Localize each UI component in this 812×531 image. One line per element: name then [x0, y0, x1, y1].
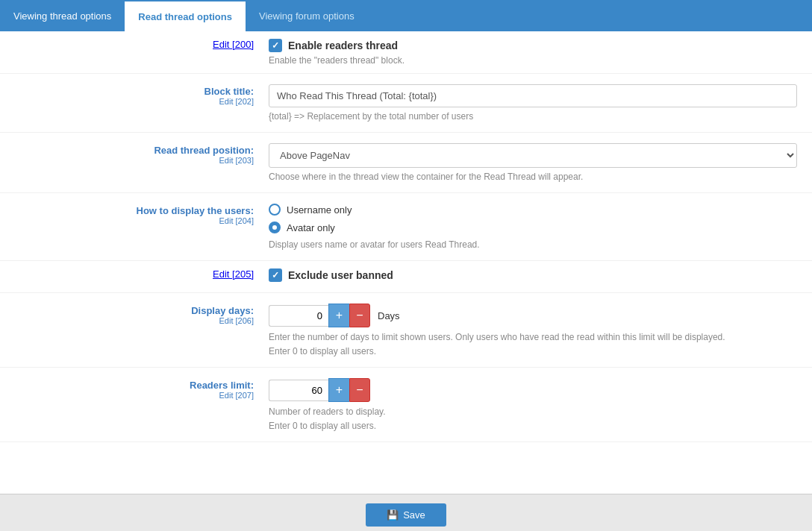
display-days-stepper: + − Days	[269, 304, 797, 327]
save-icon: 💾	[387, 509, 399, 521]
edit-200-link[interactable]: Edit [200]	[213, 39, 254, 50]
tab-viewing-forum[interactable]: Viewing forum options	[246, 0, 368, 31]
enable-readers-desc: Enable the "readers thread" block.	[269, 55, 797, 66]
tab-bar: Viewing thread options Read thread optio…	[0, 0, 812, 31]
display-days-desc2: Enter 0 to display all users.	[269, 346, 797, 356]
readers-limit-content: + − Number of readers to display. Enter …	[269, 378, 812, 431]
readers-limit-stepper: + −	[269, 378, 797, 402]
display-days-desc1: Enter the number of days to limit shown …	[269, 332, 797, 342]
save-label: Save	[403, 509, 425, 521]
footer-bar: 💾 Save	[0, 494, 812, 531]
read-thread-position-content: Above PageNav Below PageNav Both Choose …	[269, 143, 812, 182]
radio-username-row: Username only	[269, 204, 797, 216]
block-title-label: Block title: Edit [202]	[0, 84, 269, 122]
display-users-row: How to display the users: Edit [204] Use…	[0, 193, 812, 261]
radio-username-label: Username only	[287, 204, 352, 216]
exclude-banned-title: Exclude user banned	[288, 269, 393, 281]
read-thread-position-select[interactable]: Above PageNav Below PageNav Both	[269, 143, 797, 168]
read-thread-position-label-text: Read thread position:	[154, 145, 254, 156]
display-users-label-text: How to display the users:	[137, 205, 254, 216]
tab-read-thread[interactable]: Read thread options	[125, 0, 246, 31]
readers-limit-row: Readers limit: Edit [207] + − Number of …	[0, 368, 812, 442]
main-content: Edit [200] ✓ Enable readers thread Enabl…	[0, 31, 812, 494]
readers-limit-desc2: Enter 0 to display all users.	[269, 421, 797, 431]
radio-avatar[interactable]	[269, 221, 281, 233]
block-title-hint: {total} => Replacement by the total numb…	[269, 111, 797, 122]
enable-readers-row: Edit [200] ✓ Enable readers thread Enabl…	[0, 31, 812, 74]
edit-207-link[interactable]: Edit [207]	[0, 391, 254, 400]
radio-username[interactable]	[269, 204, 281, 216]
display-days-minus-button[interactable]: −	[349, 304, 370, 327]
edit-206-link[interactable]: Edit [206]	[0, 316, 254, 325]
display-days-unit: Days	[378, 310, 400, 321]
exclude-banned-row: Edit [205] ✓ Exclude user banned	[0, 261, 812, 293]
edit-205-link[interactable]: Edit [205]	[213, 268, 254, 280]
exclude-banned-label-area: Edit [205]	[0, 268, 269, 285]
enable-readers-label-area: Edit [200]	[0, 39, 269, 66]
edit-204-link[interactable]: Edit [204]	[0, 216, 254, 225]
enable-readers-content: ✓ Enable readers thread Enable the "read…	[269, 39, 812, 66]
block-title-row: Block title: Edit [202] {total} => Repla…	[0, 74, 812, 133]
readers-limit-plus-button[interactable]: +	[328, 378, 349, 402]
display-days-label: Display days: Edit [206]	[0, 304, 269, 356]
save-button[interactable]: 💾 Save	[366, 503, 446, 527]
display-days-content: + − Days Enter the number of days to lim…	[269, 304, 812, 356]
display-users-desc: Display users name or avatar for users R…	[269, 239, 797, 250]
exclude-banned-check-row: ✓ Exclude user banned	[269, 268, 797, 282]
readers-limit-input[interactable]	[269, 380, 328, 401]
display-users-content: Username only Avatar only Display users …	[269, 204, 812, 250]
display-days-plus-button[interactable]: +	[328, 304, 349, 327]
read-thread-position-row: Read thread position: Edit [203] Above P…	[0, 133, 812, 193]
radio-avatar-row: Avatar only	[269, 221, 797, 233]
enable-readers-title: Enable readers thread	[288, 40, 398, 51]
exclude-banned-content: ✓ Exclude user banned	[269, 268, 812, 285]
display-users-label: How to display the users: Edit [204]	[0, 204, 269, 250]
readers-limit-minus-button[interactable]: −	[349, 378, 370, 402]
display-days-row: Display days: Edit [206] + − Days Enter …	[0, 293, 812, 368]
readers-limit-label-text: Readers limit:	[190, 380, 254, 391]
radio-avatar-label: Avatar only	[287, 222, 335, 233]
enable-readers-check-row: ✓ Enable readers thread	[269, 39, 797, 52]
readers-limit-desc1: Number of readers to display.	[269, 406, 797, 417]
block-title-content: {total} => Replacement by the total numb…	[269, 84, 812, 122]
exclude-banned-checkbox[interactable]: ✓	[269, 268, 282, 282]
display-days-input[interactable]	[269, 305, 328, 327]
block-title-input[interactable]	[269, 84, 797, 107]
tab-viewing-thread[interactable]: Viewing thread options	[0, 0, 125, 31]
read-thread-position-desc: Choose where in the thread view the cont…	[269, 172, 797, 182]
edit-203-link[interactable]: Edit [203]	[0, 156, 254, 165]
readers-limit-label: Readers limit: Edit [207]	[0, 378, 269, 431]
enable-readers-checkbox[interactable]: ✓	[269, 39, 282, 52]
read-thread-position-label: Read thread position: Edit [203]	[0, 143, 269, 182]
edit-202-link[interactable]: Edit [202]	[0, 97, 254, 106]
block-title-label-text: Block title:	[204, 86, 254, 97]
display-days-label-text: Display days:	[191, 305, 254, 316]
display-users-radio-group: Username only Avatar only	[269, 204, 797, 233]
